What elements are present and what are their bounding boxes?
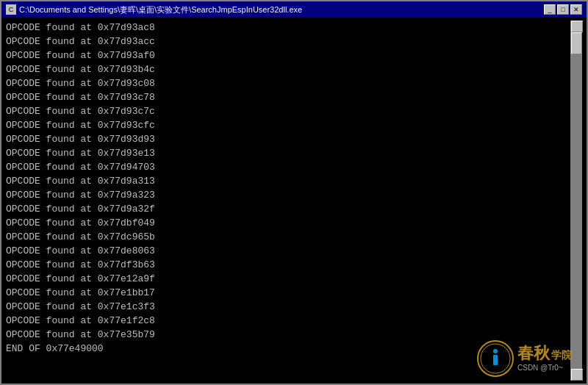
scroll-down-button[interactable]: ▼ xyxy=(571,369,583,381)
console-line: OPCODE found at 0x77d93b4c xyxy=(6,62,570,76)
title-bar-buttons: _ □ ✕ xyxy=(544,4,582,15)
console-line: OPCODE found at 0x77d93c08 xyxy=(6,76,570,90)
title-bar-left: C C:\Documents and Settings\妻晖\桌面\实验文件\S… xyxy=(6,4,302,15)
svg-point-2 xyxy=(493,349,498,353)
console-line: OPCODE found at 0x77d93c78 xyxy=(6,90,570,104)
console-line: OPCODE found at 0x77d93d93 xyxy=(6,132,570,146)
watermark-inner: 春秋 学院 CSDN @Tr0~ xyxy=(476,339,572,378)
console-line: OPCODE found at 0x77de8063 xyxy=(6,244,570,258)
console-line: OPCODE found at 0x77d9a323 xyxy=(6,188,570,202)
scrollbar-thumb[interactable] xyxy=(571,32,582,54)
title-bar: C C:\Documents and Settings\妻晖\桌面\实验文件\S… xyxy=(1,1,587,18)
console-line: OPCODE found at 0x77d94703 xyxy=(6,160,570,174)
watermark-en: CSDN @Tr0~ xyxy=(517,364,563,372)
watermark: 春秋 学院 CSDN @Tr0~ xyxy=(476,339,572,378)
scrollbar[interactable]: ▲ ▼ xyxy=(570,21,582,381)
console-line: OPCODE found at 0x77dbf049 xyxy=(6,216,570,230)
watermark-chinese: 春秋 xyxy=(517,345,550,361)
console-line: OPCODE found at 0x77e1bb17 xyxy=(6,286,570,300)
window-title: C:\Documents and Settings\妻晖\桌面\实验文件\Sea… xyxy=(19,4,302,15)
console-line: OPCODE found at 0x77d93af0 xyxy=(6,48,570,62)
console-line: OPCODE found at 0x77d93ac8 xyxy=(6,21,570,35)
console-line: OPCODE found at 0x77d9a32f xyxy=(6,202,570,216)
console-line: OPCODE found at 0x77d93c7c xyxy=(6,104,570,118)
watermark-subtitle: 学院 xyxy=(551,349,572,362)
svg-rect-3 xyxy=(493,355,498,365)
console-line: OPCODE found at 0x77d93acc xyxy=(6,35,570,48)
main-window: C C:\Documents and Settings\妻晖\桌面\实验文件\S… xyxy=(0,0,588,385)
close-button[interactable]: ✕ xyxy=(570,4,582,15)
console-line: OPCODE found at 0x77df3b63 xyxy=(6,258,570,272)
scroll-up-button[interactable]: ▲ xyxy=(571,21,583,32)
console-line: OPCODE found at 0x77e1c3f3 xyxy=(6,300,570,314)
console-line: OPCODE found at 0x77d9a313 xyxy=(6,174,570,188)
watermark-text: 春秋 学院 CSDN @Tr0~ xyxy=(517,345,572,372)
console-line: OPCODE found at 0x77d93cfc xyxy=(6,118,570,132)
console-line: OPCODE found at 0x77d93e13 xyxy=(6,146,570,160)
window-icon: C xyxy=(6,4,16,15)
minimize-button[interactable]: _ xyxy=(544,4,556,15)
console-line: OPCODE found at 0x77dc965b xyxy=(6,230,570,244)
maximize-button[interactable]: □ xyxy=(557,4,569,15)
console-area: OPCODE found at 0x77d93ac8OPCODE found a… xyxy=(1,18,587,384)
console-line: OPCODE found at 0x77e1f2c8 xyxy=(6,314,570,328)
scrollbar-track[interactable] xyxy=(571,32,582,369)
console-content: OPCODE found at 0x77d93ac8OPCODE found a… xyxy=(6,21,570,381)
watermark-logo-svg xyxy=(476,339,514,378)
console-line: OPCODE found at 0x77e12a9f xyxy=(6,272,570,286)
